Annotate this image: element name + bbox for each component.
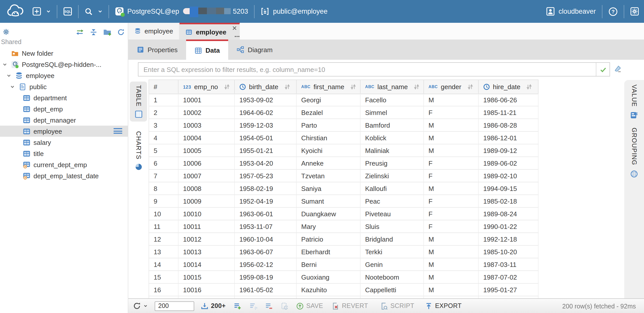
data-cell[interactable]: Maliniak — [361, 144, 424, 157]
data-cell[interactable]: Georgi — [297, 94, 361, 106]
data-cell[interactable]: Tzvetan — [297, 170, 361, 182]
data-cell[interactable]: 10009 — [178, 195, 235, 208]
rollback-button[interactable] — [281, 302, 289, 310]
collapse-all-icon[interactable] — [90, 28, 97, 36]
link-with-editor-icon[interactable] — [76, 29, 84, 35]
data-cell[interactable]: F — [424, 157, 479, 170]
data-cell[interactable]: 1986-06-26 — [479, 94, 539, 106]
row-number-cell[interactable]: 15 — [149, 271, 178, 284]
data-cell[interactable] — [424, 296, 479, 298]
data-cell[interactable]: 1953-09-02 — [235, 94, 297, 106]
sort-arrows-icon[interactable] — [350, 84, 356, 90]
data-cell[interactable]: 10006 — [178, 157, 235, 170]
data-cell[interactable]: Duangkaew — [297, 208, 361, 220]
data-cell[interactable]: 1986-08-28 — [479, 119, 539, 132]
data-cell[interactable]: Eberhardt — [297, 246, 361, 258]
data-cell[interactable]: 1959-12-03 — [235, 119, 297, 132]
data-cell[interactable]: 1961-05-02 — [235, 284, 297, 296]
data-cell[interactable]: F — [424, 220, 479, 233]
data-cell[interactable]: Guoxiang — [297, 271, 361, 284]
data-cell[interactable]: 10007 — [178, 170, 235, 182]
script-button[interactable]: SCRIPT — [380, 302, 414, 310]
row-number-cell[interactable]: 16 — [149, 284, 178, 296]
data-cell[interactable]: Simmel — [361, 106, 424, 119]
tree-item-employee[interactable]: employee — [0, 70, 128, 81]
row-number-cell[interactable]: 12 — [149, 233, 178, 246]
user-menu[interactable]: cloudbeaver — [546, 7, 596, 16]
refresh-results-button[interactable] — [133, 302, 148, 310]
data-cell[interactable]: Patricio — [297, 233, 361, 246]
data-cell[interactable]: 1952-04-19 — [235, 195, 297, 208]
data-cell[interactable]: Koblick — [361, 132, 424, 144]
data-cell[interactable]: 1958-02-19 — [235, 182, 297, 195]
data-cell[interactable]: 10008 — [178, 182, 235, 195]
revert-button[interactable]: REVERT — [332, 302, 368, 310]
data-cell[interactable]: 1960-10-04 — [235, 233, 297, 246]
tree-item-postgresql-ep-hidden[interactable]: PostgreSQL@ep-hidden-... — [0, 59, 128, 70]
column-header-first_name[interactable]: ABCfirst_name — [297, 80, 361, 94]
data-cell[interactable]: M — [424, 258, 479, 271]
connection-selector[interactable]: PostgreSQL@ep 5203 — [115, 5, 248, 17]
data-cell[interactable]: 10012 — [178, 233, 235, 246]
tab-employee-table[interactable]: employee — [180, 23, 240, 40]
expand-chevron-icon[interactable] — [2, 62, 11, 67]
data-cell[interactable]: 1986-12-01 — [479, 132, 539, 144]
new-folder-icon[interactable] — [103, 28, 112, 36]
row-number-cell[interactable]: 3 — [149, 119, 178, 132]
cloudbeaver-logo-icon[interactable] — [6, 4, 25, 19]
column-header-row-number[interactable]: # — [149, 80, 178, 94]
data-cell[interactable]: M — [424, 144, 479, 157]
tree-item-dept-manager[interactable]: dept_manager — [0, 114, 128, 126]
row-number-cell[interactable]: 5 — [149, 144, 178, 157]
row-number-cell[interactable]: 13 — [149, 246, 178, 258]
tree-item-department[interactable]: department — [0, 92, 128, 103]
tree-item-dept-emp[interactable]: dept_emp — [0, 103, 128, 114]
data-cell[interactable]: 1987-07-02 — [479, 271, 539, 284]
data-cell[interactable]: 1989-06-02 — [479, 157, 539, 170]
data-cell[interactable] — [361, 296, 424, 298]
expand-chevron-icon[interactable] — [10, 84, 19, 89]
presentation-tab-charts[interactable]: CHARTS — [130, 127, 147, 174]
sql-filter-input[interactable] — [138, 66, 596, 73]
data-cell[interactable]: F — [424, 170, 479, 182]
row-number-cell[interactable]: 2 — [149, 106, 178, 119]
save-button[interactable]: SAVE — [296, 302, 323, 310]
data-cell[interactable] — [235, 296, 297, 298]
data-cell[interactable] — [479, 296, 539, 298]
data-cell[interactable]: 10005 — [178, 144, 235, 157]
data-cell[interactable]: 1957-05-23 — [235, 170, 297, 182]
data-cell[interactable]: M — [424, 233, 479, 246]
data-cell[interactable]: M — [424, 94, 479, 106]
data-cell[interactable]: M — [424, 246, 479, 258]
data-cell[interactable]: 10004 — [178, 132, 235, 144]
data-cell[interactable]: 10003 — [178, 119, 235, 132]
tree-item-current-dept-emp[interactable]: current_dept_emp — [0, 159, 128, 170]
data-cell[interactable]: 10011 — [178, 220, 235, 233]
data-cell[interactable]: Mary — [297, 220, 361, 233]
row-number-cell[interactable]: 11 — [149, 220, 178, 233]
data-cell[interactable]: M — [424, 271, 479, 284]
data-cell[interactable]: 1953-04-20 — [235, 157, 297, 170]
data-cell[interactable]: M — [424, 119, 479, 132]
refresh-tree-icon[interactable] — [117, 28, 125, 36]
data-cell[interactable]: Preusig — [361, 157, 424, 170]
row-number-cell[interactable]: 9 — [149, 195, 178, 208]
settings-button[interactable] — [630, 7, 639, 16]
close-tab-icon[interactable] — [232, 26, 237, 30]
row-number-cell[interactable]: 10 — [149, 208, 178, 220]
data-cell[interactable]: 1995-01-27 — [479, 284, 539, 296]
data-cell[interactable]: 1994-09-15 — [479, 182, 539, 195]
data-cell[interactable]: 1959-08-19 — [235, 271, 297, 284]
data-cell[interactable]: 1985-10-20 — [479, 246, 539, 258]
row-number-cell[interactable]: 1 — [149, 94, 178, 106]
data-cell[interactable]: F — [424, 208, 479, 220]
sidebar-settings-gear-icon[interactable] — [2, 28, 10, 36]
data-cell[interactable]: M — [424, 132, 479, 144]
data-cell[interactable]: 10001 — [178, 94, 235, 106]
data-cell[interactable]: Saniya — [297, 182, 361, 195]
data-cell[interactable]: F — [424, 195, 479, 208]
data-cell[interactable]: Sluis — [361, 220, 424, 233]
tree-item-employee[interactable]: employee — [0, 126, 128, 137]
data-cell[interactable]: 10015 — [178, 271, 235, 284]
data-cell[interactable]: Chirstian — [297, 132, 361, 144]
